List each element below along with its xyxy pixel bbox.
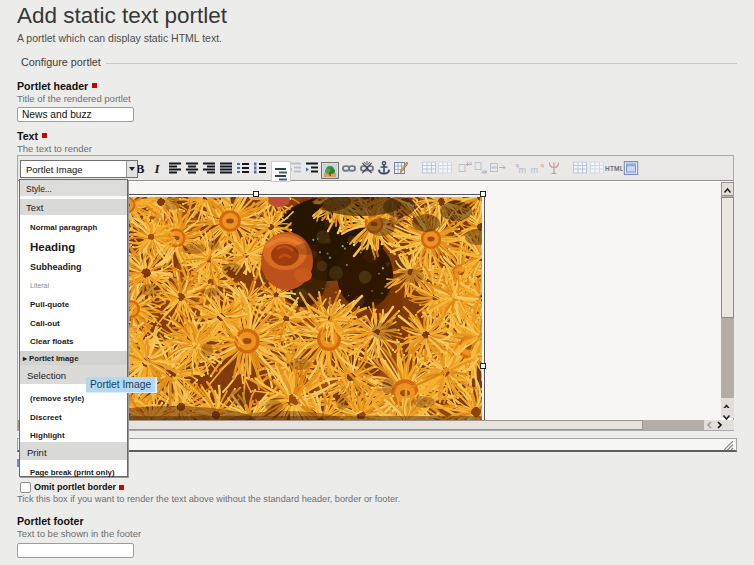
svg-text:q: q [541,162,544,168]
svg-text:m: m [531,165,539,175]
svg-text:m: m [518,165,526,175]
svg-text:q: q [515,162,518,168]
svg-text:HTML: HTML [605,165,623,172]
